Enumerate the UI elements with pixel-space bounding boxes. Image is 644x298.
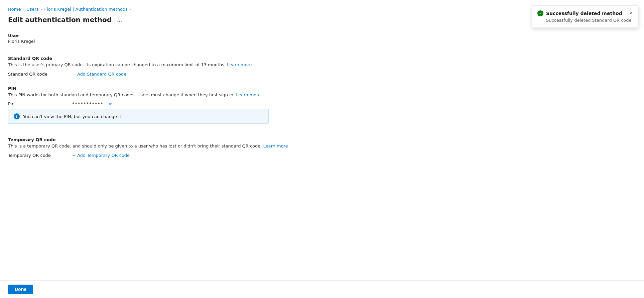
add-temporary-qr-button[interactable]: + Add Temporary QR code [72, 153, 130, 158]
temporary-qr-learn-more[interactable]: Learn more [263, 143, 288, 148]
pin-info-banner: i You can't view the PIN, but you can ch… [8, 109, 269, 124]
footer: Done [0, 280, 644, 298]
standard-qr-learn-more[interactable]: Learn more [227, 62, 252, 67]
temporary-qr-field-name: Temporary QR code [8, 153, 68, 158]
user-label: User [8, 33, 636, 38]
page-title: Edit authentication method [8, 16, 112, 24]
done-button[interactable]: Done [8, 285, 33, 294]
breadcrumb-sep-1: › [23, 7, 24, 12]
pin-description: This PIN works for both standard and tem… [8, 92, 636, 98]
pin-field-row: Pin *********** ✏ [8, 101, 636, 106]
add-standard-qr-button[interactable]: + Add Standard QR code [72, 72, 126, 77]
info-icon: i [14, 113, 20, 119]
standard-qr-title: Standard QR code [8, 56, 636, 61]
user-name: Floris Kregel [8, 39, 636, 44]
toast-title: Successfully deleted method [546, 11, 622, 16]
breadcrumb-home[interactable]: Home [8, 7, 21, 12]
pin-info-text: You can't view the PIN, but you can chan… [23, 114, 123, 119]
temporary-qr-title: Temporary QR code [8, 137, 636, 142]
toast-header: ✓ Successfully deleted method × [537, 10, 633, 16]
plus-icon: + [72, 72, 76, 77]
toast-notification: ✓ Successfully deleted method × Successf… [532, 5, 639, 28]
temporary-qr-section: Temporary QR code This is a temporary QR… [8, 137, 636, 161]
standard-qr-section: Standard QR code This is the user's prim… [8, 56, 636, 79]
breadcrumb-sep-2: › [41, 7, 42, 12]
standard-qr-field-name: Standard QR code [8, 72, 68, 77]
pin-field-name: Pin [8, 101, 68, 106]
breadcrumb-sep-3: › [130, 7, 131, 12]
toast-message: Successfully deleted Standard QR code [546, 18, 633, 23]
toast-close-button[interactable]: × [629, 11, 633, 16]
temporary-qr-description: This is a temporary QR code, and should … [8, 143, 636, 150]
temporary-qr-field-row: Temporary QR code + Add Temporary QR cod… [8, 153, 636, 158]
toast-success-icon: ✓ [537, 10, 543, 16]
pin-section: PIN This PIN works for both standard and… [8, 86, 636, 131]
user-section: User Floris Kregel [8, 33, 636, 49]
pin-learn-more[interactable]: Learn more [236, 92, 261, 97]
toast-title-row: ✓ Successfully deleted method [537, 10, 622, 16]
pin-title: PIN [8, 86, 636, 91]
standard-qr-description: This is the user's primary QR code. Its … [8, 62, 636, 68]
standard-qr-field-row: Standard QR code + Add Standard QR code [8, 72, 636, 77]
plus-icon-temp: + [72, 153, 76, 158]
pin-value: *********** [72, 101, 104, 106]
breadcrumb-user-auth[interactable]: Floris Kregel | Authentication methods [44, 7, 128, 12]
title-menu-button[interactable]: ... [115, 16, 124, 24]
pin-edit-icon[interactable]: ✏ [109, 101, 113, 106]
breadcrumb-users[interactable]: Users [26, 7, 38, 12]
